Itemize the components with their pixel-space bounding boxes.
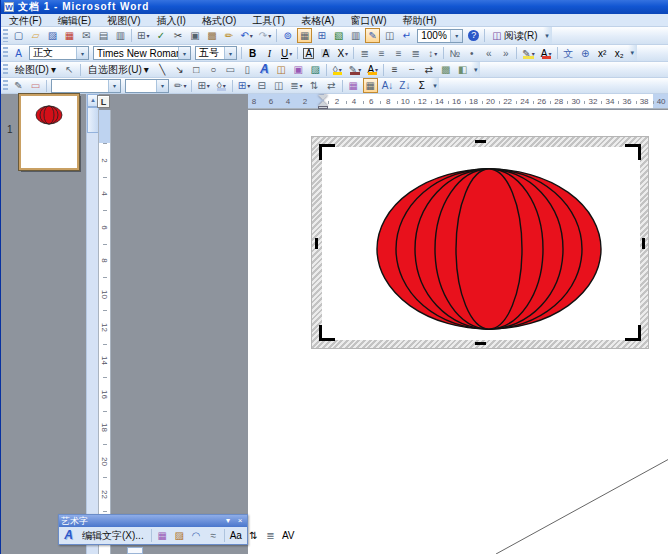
canvas-corner-handle-bottom-left[interactable] — [319, 325, 335, 341]
size-combo[interactable]: 五号▾ — [195, 46, 237, 60]
font-combo-dropdown-icon[interactable]: ▾ — [178, 47, 190, 59]
undo-icon[interactable]: ↶▾ — [238, 28, 254, 43]
autoshapes-button[interactable]: 自选图形(U)▾ — [84, 62, 153, 77]
table-autoformat-icon[interactable]: ▦ — [346, 78, 361, 93]
char-border-icon[interactable]: A — [301, 46, 316, 61]
menu-item-1[interactable]: 文件(F) — [1, 14, 50, 27]
thumbnail-page-1[interactable] — [19, 94, 79, 170]
first-line-indent-marker[interactable] — [318, 95, 328, 100]
drawing-canvas[interactable] — [311, 136, 649, 349]
print-icon[interactable]: ▤ — [96, 28, 111, 43]
toolbar-grip[interactable] — [3, 80, 8, 92]
subscript-icon[interactable]: x₂ — [612, 46, 627, 61]
drawing-icon[interactable]: ✎ — [365, 28, 380, 43]
insert-diagram-icon[interactable]: ◫ — [274, 62, 289, 77]
lantern-ellipse[interactable] — [44, 106, 54, 124]
line-shape-segment[interactable] — [496, 459, 668, 554]
increase-indent-icon[interactable]: » — [498, 46, 513, 61]
toolbar-grip[interactable] — [3, 47, 8, 60]
lantern-shape[interactable] — [322, 147, 640, 340]
pinyin-guide-icon[interactable]: 文 — [561, 46, 576, 61]
canvas-corner-handle-top-left[interactable] — [319, 144, 335, 160]
wordart-character-spacing-icon[interactable]: AV — [280, 528, 297, 543]
sort-descending-icon[interactable]: Z↓ — [397, 78, 412, 93]
redo-icon[interactable]: ↷▾ — [257, 28, 273, 43]
char-scale-icon[interactable]: X▾ — [335, 46, 350, 61]
zoom-combo[interactable]: 100%▾ — [417, 29, 463, 43]
distribute-rows-icon[interactable]: ⇅ — [307, 78, 322, 93]
help-icon[interactable]: ? — [466, 28, 481, 43]
autosum-icon[interactable]: Σ — [414, 78, 429, 93]
insert-picture-icon[interactable]: ▨ — [308, 62, 323, 77]
draw-table-icon[interactable]: ✎ — [11, 78, 26, 93]
insert-table-menu-icon[interactable]: ⊞▾ — [236, 78, 252, 93]
borders-icon[interactable]: ⊞▾ — [195, 78, 211, 93]
insert-wordart-icon[interactable]: A — [257, 62, 272, 77]
document-page[interactable] — [248, 110, 668, 554]
align-center-icon[interactable]: ≡ — [374, 46, 389, 61]
align-justify-icon[interactable]: ≣ — [357, 46, 372, 61]
wordart-vertical-text-icon[interactable]: ⇅ — [246, 528, 261, 543]
split-cells-icon[interactable]: ◫ — [271, 78, 286, 93]
print-preview-icon[interactable]: ▥ — [113, 28, 128, 43]
save-icon[interactable]: ▨ — [45, 28, 60, 43]
insert-table-icon[interactable]: ⊞▾ — [135, 28, 151, 43]
eraser-icon[interactable]: ▭ — [28, 78, 43, 93]
canvas-corner-handle-bottom-right[interactable] — [625, 325, 641, 341]
line-style-combo[interactable]: ▾ — [51, 79, 121, 93]
border-color-icon[interactable]: ✏▾ — [172, 78, 188, 93]
drawing-toolbar-options-chevron[interactable]: ▾ — [471, 62, 480, 77]
open-folder-icon[interactable]: ▱ — [28, 28, 43, 43]
numbering-icon[interactable]: № — [447, 46, 462, 61]
canvas-edge-handle-bottom[interactable] — [475, 342, 486, 345]
paste-icon[interactable]: ▩ — [204, 28, 219, 43]
cut-icon[interactable]: ✂ — [170, 28, 185, 43]
size-combo-dropdown-icon[interactable]: ▾ — [224, 47, 236, 59]
vertical-textbox-icon[interactable]: ▯ — [240, 62, 255, 77]
line-weight-combo[interactable]: ▾ — [125, 79, 169, 93]
lantern-ellipse[interactable] — [456, 169, 522, 329]
hyperlink-icon[interactable]: ⊚ — [280, 28, 295, 43]
text-wrapping-icon[interactable]: ≈ — [206, 528, 221, 543]
sort-ascending-icon[interactable]: A↓ — [380, 78, 396, 93]
zoom-combo-dropdown-icon[interactable]: ▾ — [450, 30, 462, 42]
line-weight-combo-dropdown-icon[interactable]: ▾ — [156, 80, 168, 92]
clip-art-icon[interactable]: ▣ — [291, 62, 306, 77]
arrow-icon[interactable]: ↘ — [172, 62, 187, 77]
wordart-shape-icon[interactable]: ◠ — [189, 528, 204, 543]
oval-icon[interactable]: ○ — [206, 62, 221, 77]
document-map-icon[interactable]: ◫ — [382, 28, 397, 43]
menu-item-4[interactable]: 插入(I) — [148, 14, 193, 27]
font-color-icon[interactable]: A▾ — [539, 46, 554, 61]
fill-color-icon[interactable]: ◊▾ — [330, 62, 345, 77]
canvas-edge-handle-top[interactable] — [475, 140, 486, 143]
line-style-combo-dropdown-icon[interactable]: ▾ — [108, 80, 120, 92]
align-right-icon[interactable]: ≡ — [391, 46, 406, 61]
toolbar-grip[interactable] — [3, 29, 8, 43]
format-painter-icon[interactable]: ✏ — [221, 28, 236, 43]
wordart-edit-text-button[interactable]: 编辑文字(X)... — [78, 528, 148, 543]
italic-icon[interactable]: I — [262, 46, 277, 61]
rectangle-icon[interactable]: □ — [189, 62, 204, 77]
draw-menu-button[interactable]: 绘图(D)▾ — [11, 62, 60, 77]
wordart-toolbar-title-bar[interactable]: 艺术字 ▾ × — [59, 515, 247, 527]
wordart-toolbar-menu-icon[interactable]: ▾ — [223, 516, 233, 526]
canvas-edge-handle-left[interactable] — [315, 238, 318, 249]
style-combo-dropdown-icon[interactable]: ▾ — [76, 47, 88, 59]
left-indent-marker[interactable] — [318, 106, 328, 109]
menu-item-5[interactable]: 格式(O) — [194, 14, 244, 27]
line-icon[interactable]: ╲ — [155, 62, 170, 77]
spelling-grammar-icon[interactable]: ✓ — [153, 28, 168, 43]
horizontal-ruler[interactable]: 8642246810121416182022242628303234363840 — [248, 94, 668, 109]
vertical-ruler[interactable]: 246810121416182022 — [98, 110, 111, 554]
new-document-icon[interactable]: ▢ — [11, 28, 26, 43]
format-wordart-icon[interactable]: ▨ — [172, 528, 187, 543]
menu-item-6[interactable]: 工具(T) — [244, 14, 293, 27]
wordart-same-letter-heights-icon[interactable]: Aa — [228, 528, 244, 543]
decrease-indent-icon[interactable]: « — [481, 46, 496, 61]
canvas-edge-handle-right[interactable] — [642, 238, 645, 249]
line-spacing-icon[interactable]: ↕▾ — [425, 46, 440, 61]
email-icon[interactable]: ✉ — [79, 28, 94, 43]
char-shading-icon[interactable]: A — [318, 46, 333, 61]
select-objects-icon[interactable]: ↖ — [62, 62, 77, 77]
